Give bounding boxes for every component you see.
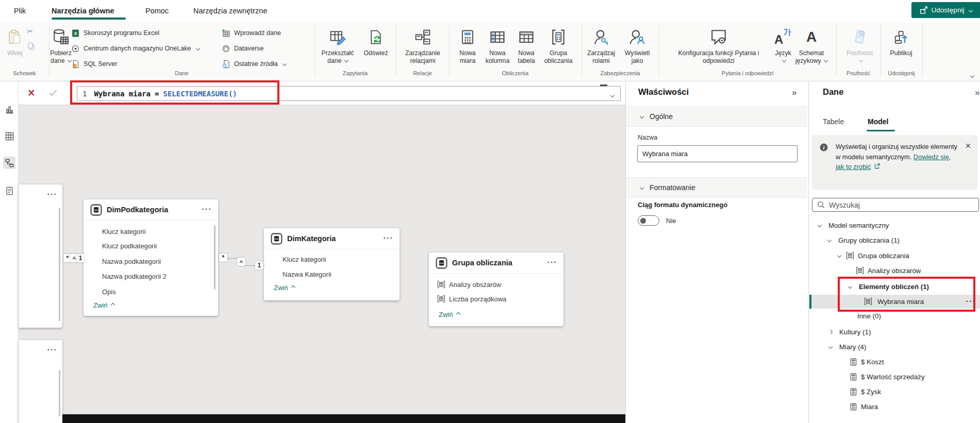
tree-item-koszt[interactable]: $ Koszt <box>809 355 980 369</box>
model-view-icon[interactable] <box>3 157 15 169</box>
table-card-dimpodkategoria[interactable]: DimPodkategoria ···Klucz kategoriiKlucz … <box>84 199 218 316</box>
tab-model[interactable]: Model <box>868 117 888 126</box>
more-options-icon[interactable]: ··· <box>47 340 58 361</box>
tree-item-zysk[interactable]: $ Zysk <box>809 385 980 399</box>
relationship-many-badge: * <box>219 253 227 262</box>
more-options-icon[interactable]: ··· <box>47 184 58 206</box>
przeksztalc-dane-button[interactable]: Przekształćdane <box>318 25 358 65</box>
jezyk-button[interactable]: AJęzyk <box>772 25 794 65</box>
ribbon: SchowekDaneZapytaniaRelacjeObliczeniaZab… <box>0 23 980 81</box>
close-icon[interactable]: × <box>965 141 971 150</box>
wklej-button[interactable]: Wklej <box>3 25 27 57</box>
report-view-icon[interactable] <box>3 103 15 115</box>
publikuj-button[interactable]: Publikuj <box>885 25 918 57</box>
ribbon-collapse-icon[interactable] <box>969 72 974 80</box>
collapse-properties-icon[interactable]: » <box>792 88 796 98</box>
odswiez-button[interactable]: Odśwież <box>361 25 391 57</box>
nowa-tabela-button[interactable]: Nowatabela <box>513 25 539 65</box>
section-general[interactable]: Ogólne <box>626 106 807 127</box>
field-nazwa-podkategorii[interactable]: Nazwa podkategorii <box>84 255 211 268</box>
centrum-danych-magazynu-onelake-button[interactable]: Centrum danych magazynu OneLake <box>71 43 200 54</box>
field-opis[interactable]: Opis <box>84 285 211 298</box>
tree-item-grupy-obliczania-1[interactable]: Grupy obliczania (1) <box>809 233 980 247</box>
table-view-icon[interactable] <box>3 130 15 142</box>
more-options-icon[interactable]: ··· <box>966 295 976 309</box>
field-analizy-obszarow[interactable]: Analizy obszarów <box>429 278 556 291</box>
field-klucz-podkategorii[interactable]: Klucz podkategorii <box>84 239 211 252</box>
partial-table-card[interactable]: ··· <box>19 340 62 423</box>
more-options-icon[interactable]: ··· <box>384 228 394 249</box>
tree-item-model-semantyczny[interactable]: Model semantyczny <box>809 218 980 232</box>
field-nazwa-kategorii[interactable]: Nazwa Kategorii <box>264 267 392 281</box>
menu-tab-narzedzia-zewnetrzne[interactable]: Narzędzia zewnętrzne <box>193 4 267 18</box>
field-nazwa-podkategorii-2[interactable]: Nazwa podkategorii 2 <box>84 269 211 283</box>
search-box[interactable] <box>812 198 979 212</box>
calc-table-icon <box>846 251 854 260</box>
field-liczba-porzadkowa[interactable]: Liczba porządkowa <box>429 292 556 306</box>
collapse-table-link[interactable]: Zwiń <box>93 299 114 311</box>
copy-icon-button[interactable] <box>27 42 36 53</box>
more-options-icon[interactable]: ··· <box>202 199 212 221</box>
menu-tab-pomoc[interactable]: Pomoc <box>145 4 169 18</box>
dataverse-button[interactable]: Dataverse <box>222 43 263 54</box>
section-formatting[interactable]: Formatowanie <box>626 177 807 198</box>
table-card-grupa-obliczania[interactable]: Grupa obliczania ···Analizy obszarówLicz… <box>429 252 563 326</box>
wprowadz-dane-button[interactable]: Wprowadź dane <box>222 27 281 39</box>
konfiguracja-funkcji-pytania-i-odpowiedzi-button[interactable]: Konfiguracja funkcji Pytania iodpowiedzi <box>664 25 773 65</box>
formula-bar-minimize-icon[interactable] <box>600 84 607 86</box>
wyswietl-jako-button[interactable]: Wyświetljako <box>621 25 654 65</box>
ostatnie-zrodla-icon <box>222 60 230 69</box>
pobierz-dane-button[interactable]: Pobierzdane <box>49 25 73 65</box>
partial-table-card[interactable]: ··· <box>19 184 62 328</box>
zarzadzanie-relacjami-button[interactable]: Zarządzanierelacjami <box>399 25 446 65</box>
dynamic-format-toggle[interactable] <box>638 215 659 226</box>
tree-item-grupa-obliczania[interactable]: Grupa obliczania <box>809 249 980 263</box>
schemat-jezykowy-button[interactable]: ASchematjęzykowy <box>794 25 829 65</box>
grupa-obliczania-button[interactable]: Grupaobliczania <box>540 25 576 65</box>
chevron-down-icon[interactable] <box>828 344 833 348</box>
field-klucz-kategorii[interactable]: Klucz kategorii <box>264 252 392 266</box>
tree-item-elementy-obliczen-1[interactable]: Elementy obliczeń (1) <box>809 280 980 294</box>
tree-item-wybrana-miara[interactable]: Wybrana miara··· <box>809 295 980 309</box>
tree-item-miara[interactable]: Miara <box>809 400 980 414</box>
collapse-table-link[interactable]: Zwiń <box>439 309 460 320</box>
cancel-formula-icon[interactable]: × <box>28 86 35 100</box>
nowa-kolumna-button[interactable]: Nowakolumna <box>483 25 512 65</box>
toggle-value-label: Nie <box>666 217 676 225</box>
chevron-down-icon[interactable] <box>837 253 841 257</box>
search-input[interactable] <box>829 201 958 209</box>
tree-item-kultury-1[interactable]: Kultury (1) <box>809 325 980 339</box>
menu-tab-narzedzia-glowne[interactable]: Narzędzia główne <box>52 4 114 18</box>
tab-tabele[interactable]: Tabele <box>823 117 844 126</box>
collapse-table-link[interactable]: Zwiń <box>274 282 295 293</box>
chevron-down-icon[interactable] <box>818 223 822 227</box>
poufnosc-button[interactable]: Poufność <box>843 25 876 65</box>
zarzadzaj-rolami-button[interactable]: Zarządzajrolami <box>584 25 619 65</box>
ostatnie-zrodla-button[interactable]: Ostatnie źródła <box>222 58 286 70</box>
sql-server-button[interactable]: SQL Server <box>71 58 117 70</box>
tree-item-wartosc-sprzedazy[interactable]: $ Wartość sprzedaży <box>809 370 980 384</box>
chevron-right-icon[interactable] <box>828 329 833 333</box>
chevron-down-icon[interactable] <box>827 238 832 242</box>
tree-item-inne-0[interactable]: Inne (0) <box>809 309 980 323</box>
more-options-icon[interactable]: ··· <box>547 252 558 274</box>
skoroszyt-programu-excel-button[interactable]: XSkoroszyt programu Excel <box>71 27 159 39</box>
name-field-input[interactable] <box>637 145 798 162</box>
collapse-data-panel-icon[interactable]: » <box>975 88 979 98</box>
nowa-miara-button[interactable]: Nowamiara <box>455 25 480 65</box>
commit-formula-icon[interactable] <box>49 88 57 96</box>
dax-query-view-icon[interactable] <box>3 184 15 197</box>
card-scrollbar[interactable] <box>59 370 61 416</box>
field-klucz-kategorii[interactable]: Klucz kategorii <box>84 225 211 238</box>
card-scrollbar[interactable] <box>214 225 216 290</box>
formula-bar-expand-icon[interactable] <box>609 92 614 99</box>
cut-icon-button[interactable]: ✂ <box>27 27 34 36</box>
card-scrollbar[interactable] <box>59 208 61 321</box>
tree-item-miary-4[interactable]: Miary (4) <box>809 340 980 354</box>
table-card-dimkategoria[interactable]: DimKategoria ···Klucz kategoriiNazwa Kat… <box>264 228 400 300</box>
formula-input[interactable]: 1 Wybrana miara = SELECTEDMEASURE() <box>77 86 621 101</box>
tree-item-analizy-obszarow[interactable]: Analizy obszarów <box>809 264 980 278</box>
share-button[interactable]: Udostępnij <box>911 2 980 18</box>
chevron-down-icon[interactable] <box>848 284 852 288</box>
menu-tab-plik[interactable]: Plik <box>14 4 26 18</box>
